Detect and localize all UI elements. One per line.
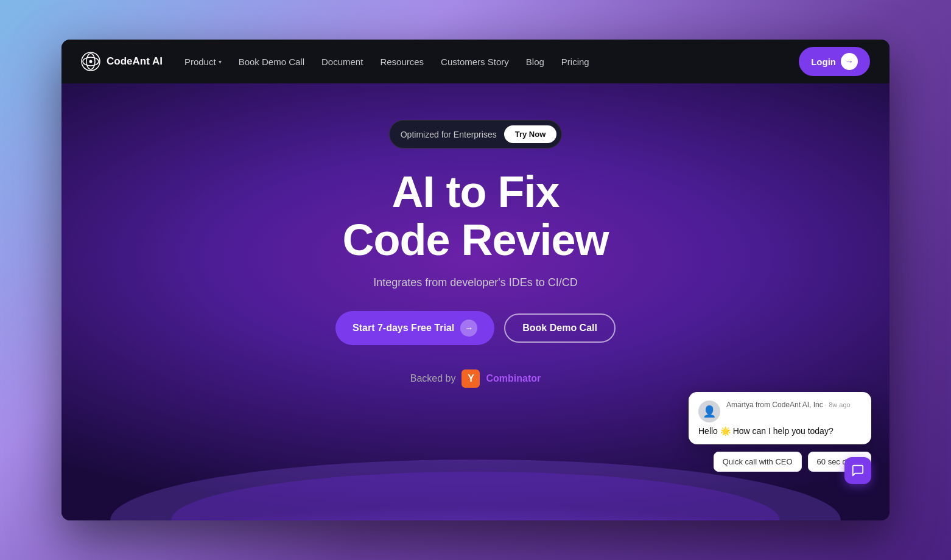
arrow-right-icon: → xyxy=(460,320,477,337)
nav-product[interactable]: Product ▾ xyxy=(184,57,222,67)
navbar: CodeAnt AI Product ▾ Book Demo Call Docu… xyxy=(61,40,890,83)
browser-window: CodeAnt AI Product ▾ Book Demo Call Docu… xyxy=(61,40,890,520)
hero-title-line1: AI to Fix xyxy=(392,168,560,216)
logo-icon xyxy=(81,52,100,71)
hero-section: Optimized for Enterprises Try Now AI to … xyxy=(61,83,890,520)
navbar-left: CodeAnt AI Product ▾ Book Demo Call Docu… xyxy=(81,52,589,71)
nav-blog[interactable]: Blog xyxy=(526,57,544,67)
try-now-button[interactable]: Try Now xyxy=(504,125,557,143)
hero-title-line2: Code Review xyxy=(342,216,608,264)
chat-icon xyxy=(851,464,865,477)
chat-fab-button[interactable] xyxy=(844,457,871,484)
book-demo-button[interactable]: Book Demo Call xyxy=(504,313,616,343)
nav-customers[interactable]: Customers Story xyxy=(441,57,509,67)
backed-by: Backed by Y Combinator xyxy=(410,369,541,388)
chat-widget: 👤 Amartya from CodeAnt AI, Inc · 8w ago … xyxy=(689,392,871,472)
nav-pricing[interactable]: Pricing xyxy=(561,57,589,67)
chevron-down-icon: ▾ xyxy=(219,58,222,65)
enterprise-badge-text: Optimized for Enterprises xyxy=(401,130,497,139)
avatar: 👤 xyxy=(698,401,720,422)
nav-document[interactable]: Document xyxy=(321,57,363,67)
quick-call-button[interactable]: Quick call with CEO xyxy=(714,452,802,472)
enterprise-badge: Optimized for Enterprises Try Now xyxy=(389,120,563,149)
chat-sender: Amartya from CodeAnt AI, Inc · 8w ago xyxy=(726,401,862,409)
hero-subtitle: Integrates from developer's IDEs to CI/C… xyxy=(373,276,578,289)
nav-demo[interactable]: Book Demo Call xyxy=(239,57,304,67)
chat-bubble: 👤 Amartya from CodeAnt AI, Inc · 8w ago … xyxy=(689,392,871,444)
chat-actions: Quick call with CEO 60 sec demo xyxy=(689,452,871,472)
logo-text: CodeAnt AI xyxy=(107,55,163,68)
logo[interactable]: CodeAnt AI xyxy=(81,52,163,71)
login-button[interactable]: Login → xyxy=(799,47,870,76)
nav-links: Product ▾ Book Demo Call Document Resour… xyxy=(184,57,589,67)
chat-message: Hello 🌟 How can I help you today? xyxy=(698,426,862,436)
chat-header: 👤 Amartya from CodeAnt AI, Inc · 8w ago xyxy=(698,401,862,422)
svg-point-3 xyxy=(89,60,93,63)
yc-badge: Y xyxy=(461,369,480,388)
nav-resources[interactable]: Resources xyxy=(380,57,424,67)
chat-meta: Amartya from CodeAnt AI, Inc · 8w ago xyxy=(726,401,862,409)
combinator-text: Combinator xyxy=(486,373,541,384)
arrow-right-icon: → xyxy=(841,53,858,70)
hero-content: Optimized for Enterprises Try Now AI to … xyxy=(335,120,616,388)
free-trial-button[interactable]: Start 7-days Free Trial → xyxy=(335,311,494,345)
hero-cta: Start 7-days Free Trial → Book Demo Call xyxy=(335,311,616,345)
